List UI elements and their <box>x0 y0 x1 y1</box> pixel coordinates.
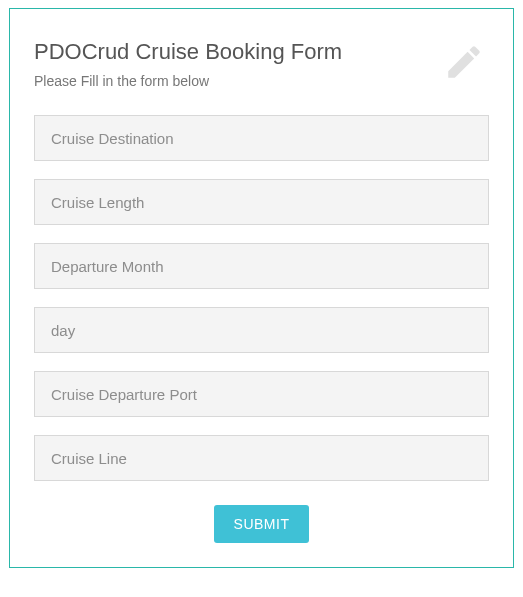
cruise-length-input[interactable] <box>34 179 489 225</box>
booking-form-card: PDOCrud Cruise Booking Form Please Fill … <box>9 8 514 568</box>
submit-row: SUBMIT <box>34 505 489 543</box>
submit-button[interactable]: SUBMIT <box>214 505 310 543</box>
form-title: PDOCrud Cruise Booking Form <box>34 39 489 65</box>
cruise-destination-input[interactable] <box>34 115 489 161</box>
form-subtitle: Please Fill in the form below <box>34 73 489 89</box>
cruise-line-input[interactable] <box>34 435 489 481</box>
form-header: PDOCrud Cruise Booking Form Please Fill … <box>34 39 489 89</box>
day-input[interactable] <box>34 307 489 353</box>
departure-month-input[interactable] <box>34 243 489 289</box>
departure-port-input[interactable] <box>34 371 489 417</box>
pencil-icon <box>443 41 485 83</box>
